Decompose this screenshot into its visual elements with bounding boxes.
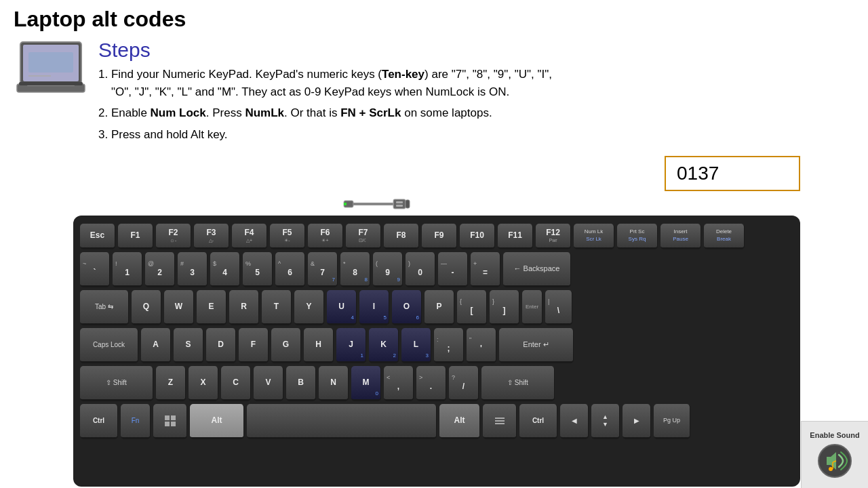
key-o[interactable]: O 6 [392, 290, 422, 325]
key-c[interactable]: C [221, 366, 251, 401]
key-f12[interactable]: F12 Pwr [536, 224, 571, 249]
key-f[interactable]: F [239, 328, 269, 363]
key-quote[interactable]: " ' [467, 328, 496, 363]
key-f1[interactable]: F1 [118, 224, 153, 249]
key-j[interactable]: J 1 [336, 328, 366, 363]
svg-point-23 [829, 467, 833, 471]
key-backslash[interactable]: | \ [545, 290, 572, 325]
number-row: ~ ` ! 1 @ 2 # 3 $ 4 % 5 ^ 6 & 7 7 [80, 252, 793, 287]
key-m[interactable]: M 0 [351, 366, 381, 401]
step3-text: Press and hold Alt key. [111, 128, 228, 141]
key-shift-right[interactable]: ⇧ Shift [481, 366, 555, 401]
key-f7[interactable]: F7 ⊡/☾ [346, 224, 381, 249]
key-arrow-right[interactable]: ▶ [623, 404, 651, 439]
key-e[interactable]: E [197, 290, 226, 325]
step1-detail2: "O", "J", "K", "L" and "M". They act as … [111, 85, 509, 98]
key-arrow-up-down[interactable]: ▲ ▼ [591, 404, 620, 439]
key-slash[interactable]: ? / [449, 366, 479, 401]
key-win[interactable] [153, 404, 187, 439]
key-ctrl-left[interactable]: Ctrl [80, 404, 118, 439]
key-pgup[interactable]: Pg Up [654, 404, 690, 439]
key-l[interactable]: L 3 [401, 328, 431, 363]
key-tab[interactable]: Tab ⇆ [80, 290, 129, 325]
key-9[interactable]: ( 9 9 [373, 252, 403, 287]
key-f9[interactable]: F9 [422, 224, 457, 249]
key-r[interactable]: R [229, 290, 259, 325]
key-plus[interactable]: + = [471, 252, 500, 287]
key-comma[interactable]: < , [384, 366, 414, 401]
asdf-row: Caps Lock A S D F G H J 1 K 2 L 3 : ; " … [80, 328, 793, 363]
key-minus[interactable]: — - [438, 252, 468, 287]
key-delete[interactable]: Delete Break [704, 224, 745, 249]
key-8[interactable]: * 8 8 [340, 252, 370, 287]
key-lbracket[interactable]: { [ [457, 290, 487, 325]
svg-rect-11 [396, 201, 403, 203]
enable-sound-button[interactable]: Enable Sound [801, 421, 868, 488]
key-f4[interactable]: F4 △+ [232, 224, 267, 249]
step-1: 1. Find your Numeric KeyPad. KeyPad's nu… [98, 66, 854, 100]
key-a[interactable]: A [141, 328, 171, 363]
key-f5[interactable]: F5 ☀- [270, 224, 305, 249]
key-i[interactable]: I 5 [359, 290, 389, 325]
key-p[interactable]: P [425, 290, 454, 325]
key-backspace[interactable]: ← Backspace [503, 252, 571, 287]
key-ctrl-right[interactable]: Ctrl [519, 404, 557, 439]
key-f8[interactable]: F8 [384, 224, 419, 249]
key-f11[interactable]: F11 [498, 224, 533, 249]
key-s[interactable]: S [174, 328, 203, 363]
key-5[interactable]: % 5 [243, 252, 273, 287]
key-numlock[interactable]: Num Lk Scr Lk [574, 224, 614, 249]
key-7[interactable]: & 7 7 [308, 252, 338, 287]
key-f2[interactable]: F2 ☼- [156, 224, 191, 249]
key-semicolon[interactable]: : ; [434, 328, 464, 363]
key-6[interactable]: ^ 6 [275, 252, 305, 287]
key-w[interactable]: W [164, 290, 194, 325]
key-space[interactable] [247, 404, 437, 439]
svg-rect-15 [171, 415, 176, 420]
key-k[interactable]: K 2 [369, 328, 399, 363]
key-capslock[interactable]: Caps Lock [80, 328, 138, 363]
svg-rect-8 [344, 203, 347, 205]
key-y[interactable]: Y [294, 290, 324, 325]
key-t[interactable]: T [262, 290, 292, 325]
alt-code-input[interactable] [665, 156, 800, 191]
key-shift-left[interactable]: ⇧ Shift [80, 366, 153, 401]
key-f10[interactable]: F10 [460, 224, 495, 249]
key-4[interactable]: $ 4 [210, 252, 240, 287]
usb-icon-area [342, 193, 410, 214]
key-enter-top[interactable]: Enter [522, 290, 542, 325]
key-fn[interactable]: Fn [121, 404, 151, 439]
key-0[interactable]: ) 0 [406, 252, 435, 287]
key-b[interactable]: B [286, 366, 316, 401]
key-v[interactable]: V [254, 366, 283, 401]
key-arrow-left[interactable]: ◀ [560, 404, 589, 439]
key-f3[interactable]: F3 △- [194, 224, 229, 249]
key-d[interactable]: D [206, 328, 236, 363]
zxcv-row: ⇧ Shift Z X C V B N M 0 < , > . ? / ⇧ Sh… [80, 366, 793, 401]
key-z[interactable]: Z [156, 366, 186, 401]
key-x[interactable]: X [189, 366, 218, 401]
fn-row: Esc F1 F2 ☼- F3 △- F4 △+ F5 ☀- F6 ☀+ F7 … [80, 224, 793, 249]
key-u[interactable]: U 4 [327, 290, 357, 325]
key-1[interactable]: ! 1 [113, 252, 142, 287]
key-rbracket[interactable]: } ] [490, 290, 519, 325]
svg-rect-13 [406, 200, 410, 208]
key-alt-left[interactable]: Alt [190, 404, 244, 439]
key-2[interactable]: @ 2 [145, 252, 175, 287]
key-f6[interactable]: F6 ☀+ [308, 224, 343, 249]
key-esc[interactable]: Esc [80, 224, 115, 249]
key-n[interactable]: N [319, 366, 349, 401]
key-tilde[interactable]: ~ ` [80, 252, 110, 287]
step2-text: Enable Num Lock. Press NumLk. Or that is… [111, 106, 492, 119]
key-menu[interactable] [483, 404, 517, 439]
key-3[interactable]: # 3 [178, 252, 208, 287]
key-prtsc[interactable]: Prt Sc Sys Rq [617, 224, 658, 249]
enable-sound-label: Enable Sound [810, 431, 859, 439]
key-enter[interactable]: Enter ↵ [499, 328, 574, 363]
key-q[interactable]: Q [132, 290, 161, 325]
key-alt-right[interactable]: Alt [439, 404, 480, 439]
key-insert[interactable]: Insert Pause [660, 224, 701, 249]
key-h[interactable]: H [304, 328, 334, 363]
key-g[interactable]: G [271, 328, 301, 363]
key-period[interactable]: > . [416, 366, 446, 401]
